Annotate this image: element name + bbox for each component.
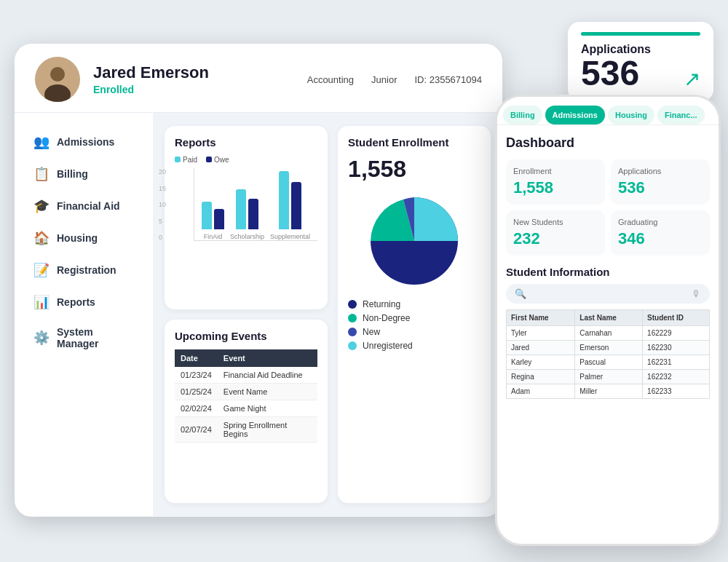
chart-yaxis: 20151050	[159, 168, 166, 241]
bar-finaid-owe	[214, 209, 224, 229]
student-name: Jared Emerson	[93, 63, 209, 82]
legend-nondegree: Non-Degree	[348, 313, 480, 323]
app-number: 536	[581, 56, 700, 91]
student-table: First Name Last Name Student ID TylerCar…	[506, 309, 710, 399]
col-firstname: First Name	[507, 310, 575, 326]
bar-group-supplemental: Supplemental	[270, 171, 310, 240]
phone-tabs: Billing Admissions Housing Financ...	[497, 97, 719, 125]
student-sid: 162233	[643, 384, 710, 399]
event-date: 02/07/24	[175, 417, 218, 443]
student-first: Karley	[507, 355, 575, 370]
tab-housing[interactable]: Housing	[608, 106, 654, 124]
table-row: 01/23/24Financial Aid Deadline	[175, 367, 317, 384]
dash-value: 346	[618, 229, 703, 248]
desktop-body: 👥Admissions📋Billing🎓Financial Aid🏠Housin…	[15, 113, 502, 516]
enrollment-title: Student Enrollment	[348, 136, 480, 149]
dash-cell: Graduating346	[611, 210, 710, 256]
table-row: 01/25/24Event Name	[175, 384, 317, 400]
event-name: Event Name	[218, 384, 317, 400]
dash-value: 232	[513, 229, 598, 248]
enrollment-legend: Returning Non-Degree New Unregistered	[348, 299, 480, 351]
event-date: 01/23/24	[175, 367, 218, 384]
dash-cell: New Students232	[506, 210, 605, 256]
dash-cell: Applications536	[611, 159, 710, 205]
sidebar-item-admissions[interactable]: 👥Admissions	[25, 127, 143, 157]
sidebar-item-housing[interactable]: 🏠Housing	[25, 223, 143, 253]
student-first: Regina	[507, 370, 575, 384]
mic-icon: 🎙	[692, 288, 701, 299]
pie-container	[348, 190, 480, 292]
student-last: Miller	[575, 384, 643, 399]
app-green-bar	[581, 32, 700, 36]
sidebar-icon: 📊	[33, 294, 50, 310]
event-name: Game Night	[218, 400, 317, 417]
student-first: Jared	[507, 341, 575, 355]
event-name: Financial Aid Deadline	[218, 367, 317, 384]
dash-value: 536	[618, 178, 703, 197]
col-lastname: Last Name	[575, 310, 643, 326]
dash-cell: Enrollment1,558	[506, 159, 605, 205]
enrollment-card: Student Enrollment 1,558	[338, 126, 491, 503]
desktop-card: Jared Emerson Enrolled Accounting Junior…	[15, 44, 502, 517]
pie-chart	[363, 190, 465, 292]
student-sid: 162232	[643, 370, 710, 384]
sidebar-item-reports[interactable]: 📊Reports	[25, 288, 143, 317]
legend-new: New	[348, 327, 480, 337]
student-major: Accounting	[307, 74, 354, 85]
tab-finance[interactable]: Financ...	[657, 106, 705, 124]
bar-finaid-paid	[202, 202, 212, 229]
legend-paid: Paid	[175, 156, 197, 164]
table-row: JaredEmerson162230	[507, 341, 710, 355]
table-row: TylerCarnahan162229	[507, 326, 710, 341]
bar-scholarship-owe	[248, 199, 258, 229]
student-year: Junior	[371, 74, 397, 85]
table-row: 02/02/24Game Night	[175, 400, 317, 417]
events-card: Upcoming Events Date Event 01/23/24Finan…	[165, 320, 328, 503]
phone-card: Billing Admissions Housing Financ... Das…	[495, 95, 721, 546]
legend-owe: Owe	[206, 156, 229, 164]
event-date: 02/02/24	[175, 400, 218, 417]
dashboard-title: Dashboard	[506, 135, 710, 151]
table-row: KarleyPascual162231	[507, 355, 710, 370]
student-info: Jared Emerson Enrolled	[93, 63, 209, 95]
tab-billing[interactable]: Billing	[503, 106, 542, 124]
dashboard-grid: Enrollment1,558Applications536New Studen…	[506, 159, 710, 256]
svg-point-1	[50, 67, 65, 82]
student-sid: 162229	[643, 326, 710, 341]
events-col-event: Event	[218, 349, 317, 367]
desktop-header: Jared Emerson Enrolled Accounting Junior…	[15, 44, 502, 113]
sidebar-icon: 📋	[33, 166, 50, 182]
student-meta: Accounting Junior ID: 2355671094	[307, 74, 482, 85]
dash-label: Graduating	[618, 218, 703, 226]
dash-label: Applications	[618, 167, 703, 175]
sidebar-item-financial-aid[interactable]: 🎓Financial Aid	[25, 191, 143, 221]
table-row: 02/07/24Spring Enrollment Begins	[175, 417, 317, 443]
sidebar-icon: 👥	[33, 134, 50, 150]
chart-legend: Paid Owe	[175, 156, 317, 164]
main-content: Reports Paid Owe 20151050	[153, 113, 502, 516]
student-sid: 162230	[643, 341, 710, 355]
student-last: Emerson	[575, 341, 643, 355]
student-last: Palmer	[575, 370, 643, 384]
student-last: Carnahan	[575, 326, 643, 341]
legend-unregistered: Unregistered	[348, 341, 480, 351]
sidebar-item-billing[interactable]: 📋Billing	[25, 159, 143, 189]
sidebar-item-registration[interactable]: 📝Registration	[25, 256, 143, 285]
applications-mini-card: Applications 536 ↗	[568, 22, 713, 101]
sidebar-icon: 📝	[33, 262, 50, 278]
bar-scholarship-paid	[236, 189, 246, 229]
tab-admissions[interactable]: Admissions	[545, 106, 605, 124]
search-bar: 🔍 🎙	[506, 284, 710, 304]
sidebar-icon: 🏠	[33, 230, 50, 246]
dash-label: Enrollment	[513, 167, 598, 175]
sidebar-icon: ⚙️	[33, 330, 50, 346]
events-title: Upcoming Events	[175, 330, 317, 342]
avatar	[35, 57, 80, 102]
table-row: AdamMiller162233	[507, 384, 710, 399]
sidebar-item-system-manager[interactable]: ⚙️System Manager	[25, 320, 143, 356]
reports-card: Reports Paid Owe 20151050	[165, 126, 328, 309]
student-id: ID: 2355671094	[414, 74, 482, 85]
col-studentid: Student ID	[643, 310, 710, 326]
phone-body: Dashboard Enrollment1,558Applications536…	[497, 125, 719, 409]
student-first: Adam	[507, 384, 575, 399]
